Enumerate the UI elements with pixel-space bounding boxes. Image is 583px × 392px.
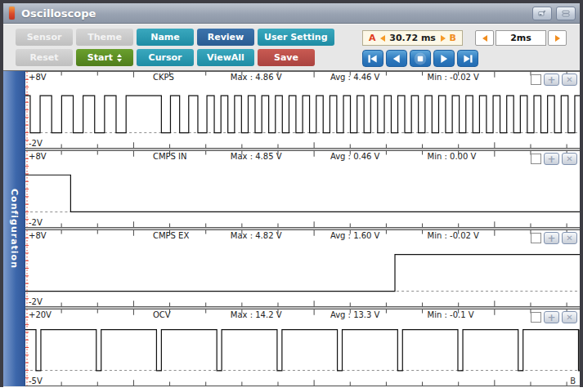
toolbar-button-label: Sensor (27, 29, 62, 46)
channel-avg-value: Avg : 4.46 V (330, 73, 380, 82)
stop-icon (410, 51, 430, 67)
channel-name: CKPS (153, 73, 174, 82)
channel-min-value: Min : -0.1 V (428, 310, 474, 319)
right-arrow-icon (555, 35, 560, 42)
channel-add-icon[interactable]: + (544, 74, 559, 86)
play-button[interactable] (433, 50, 455, 67)
toolbar-button-label: Save (274, 49, 298, 66)
waveform-plot[interactable] (25, 72, 580, 148)
toolbar-button-label: Cursor (149, 49, 182, 66)
channel-panel-ckps: +8VCKPSMax : 4.86 VAvg : 4.46 VMin : -0.… (25, 71, 580, 149)
toolbar-button-label: ViewAll (207, 49, 244, 66)
toolbar-button-cursor[interactable]: Cursor (137, 49, 194, 66)
channel-add-icon[interactable]: + (544, 153, 559, 165)
sidebar-configuration-tab[interactable]: Configuration (3, 71, 25, 386)
ab-time-readout[interactable]: A 30.72 ms B (362, 30, 463, 46)
toolbar-button-label: Start (87, 49, 113, 66)
window-list-icon[interactable] (556, 7, 576, 20)
waveform-plot[interactable] (25, 230, 580, 306)
channel-select-checkbox[interactable] (531, 74, 541, 85)
channel-add-icon[interactable]: + (544, 311, 559, 323)
cursor-a-label: A (369, 33, 376, 43)
toolbar-button-save[interactable]: Save (258, 49, 315, 66)
channel-min-value: Min : 0.00 V (428, 152, 477, 161)
channel-scale-top: +8V (29, 231, 47, 240)
channel-select-checkbox[interactable] (531, 312, 541, 323)
channel-panel-cmps-in: +8VCMPS INMax : 4.85 VAvg : 0.46 VMin : … (25, 150, 580, 228)
channel-scale-bottom: -2V (29, 297, 43, 306)
channel-max-value: Max : 4.85 V (231, 152, 282, 161)
channel-scale-top: +8V (29, 73, 47, 82)
channel-stack: +8VCKPSMax : 4.86 VAvg : 4.46 VMin : -0.… (25, 71, 580, 386)
left-arrow-icon (482, 35, 487, 42)
toolbar-button-user-setting[interactable]: User Setting (258, 29, 334, 46)
cursor-b-label: B (450, 33, 456, 43)
channel-avg-value: Avg : 0.46 V (330, 152, 380, 161)
waveform-plot[interactable] (25, 310, 580, 385)
toolbar-button-review[interactable]: Review (197, 29, 254, 46)
toolbar-button-label: User Setting (264, 29, 328, 46)
channel-scale-top: +20V (29, 310, 52, 319)
cursor-b-arrow-icon[interactable] (441, 35, 446, 42)
toolbar-button-label: Review (208, 29, 244, 46)
channel-name: CMPS IN (153, 152, 187, 161)
corner-label: B (570, 376, 576, 385)
app-frame: Oscilloscope SensorThemeNameReviewUser S… (0, 0, 583, 387)
toolbar-right-group: A 30.72 ms B 2ms (362, 30, 567, 67)
step-back-button[interactable] (386, 50, 407, 67)
timebase-decrease-button[interactable] (475, 30, 494, 46)
toolbar-button-reset: Reset (16, 49, 73, 66)
channel-close-icon[interactable]: ✕ (562, 74, 577, 86)
waveform-plot[interactable] (25, 151, 580, 227)
window-title: Oscilloscope (21, 7, 528, 20)
channel-controls: +✕ (531, 232, 577, 244)
toolbar-button-label: Name (150, 29, 180, 46)
stop-button[interactable] (410, 50, 431, 67)
titlebar: Oscilloscope (3, 3, 580, 24)
skip-to-end-icon (458, 51, 478, 67)
channel-controls: +✕ (531, 311, 577, 323)
channel-close-icon[interactable]: ✕ (562, 311, 577, 323)
channel-name: CMPS EX (153, 231, 189, 240)
timebase-increase-button[interactable] (548, 30, 567, 46)
channel-scale-top: +8V (29, 152, 47, 161)
channel-close-icon[interactable]: ✕ (562, 153, 577, 165)
toolbar-button-label: Theme (87, 29, 122, 46)
app-logo-icon (9, 7, 15, 20)
channel-panel-cmps-ex: +8VCMPS EXMax : 4.82 VAvg : 1.60 VMin : … (25, 229, 580, 307)
channel-avg-value: Avg : 13.3 V (330, 310, 380, 319)
skip-to-start-icon (363, 51, 383, 67)
toolbar-button-theme: Theme (76, 29, 133, 46)
channel-panel-ocv: +20VOCVMax : 14.2 VAvg : 13.3 VMin : -0.… (25, 309, 580, 386)
channel-avg-value: Avg : 1.60 V (330, 231, 380, 240)
toolbar-button-label: Reset (29, 49, 58, 66)
toolbar-button-name[interactable]: Name (137, 29, 194, 46)
channel-select-checkbox[interactable] (531, 154, 541, 164)
ab-time-value: 30.72 ms (389, 33, 437, 43)
playback-controls (362, 50, 567, 67)
oscilloscope-window: Oscilloscope SensorThemeNameReviewUser S… (0, 0, 583, 392)
channel-name: OCV (153, 310, 171, 319)
toolbar-button-sensor: Sensor (16, 29, 73, 46)
toolbar-button-start[interactable]: Start (76, 49, 133, 66)
skip-to-end-button[interactable] (457, 50, 478, 67)
spinner-arrows-icon[interactable] (117, 54, 122, 62)
channel-select-checkbox[interactable] (531, 233, 541, 243)
channel-max-value: Max : 4.86 V (231, 73, 282, 82)
channel-min-value: Min : -0.02 V (428, 231, 479, 240)
channel-min-value: Min : -0.02 V (428, 73, 479, 82)
toolbar: SensorThemeNameReviewUser Setting ResetS… (3, 24, 580, 71)
play-icon (434, 51, 454, 67)
channel-controls: +✕ (531, 74, 577, 86)
channel-max-value: Max : 14.2 V (231, 310, 282, 319)
channel-close-icon[interactable]: ✕ (562, 232, 577, 244)
cursor-a-arrow-icon[interactable] (380, 35, 385, 42)
timebase-value[interactable]: 2ms (496, 30, 546, 46)
main-area: Configuration +8VCKPSMax : 4.86 VAvg : 4… (3, 71, 580, 386)
channel-add-icon[interactable]: + (544, 232, 559, 244)
toolbar-button-viewall[interactable]: ViewAll (197, 49, 254, 66)
window-popup-icon[interactable] (532, 7, 552, 20)
channel-max-value: Max : 4.82 V (231, 231, 282, 240)
skip-to-start-button[interactable] (362, 50, 383, 67)
channel-controls: +✕ (531, 153, 577, 165)
